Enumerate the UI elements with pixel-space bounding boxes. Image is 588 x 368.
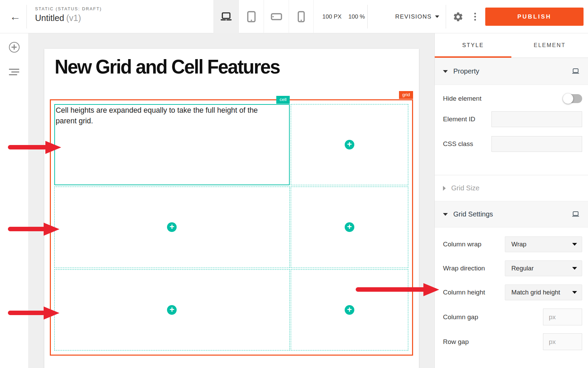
wrap-direction-row: Wrap direction Regular: [443, 260, 582, 276]
column-gap-input[interactable]: [543, 309, 582, 325]
phone-icon: [298, 11, 305, 22]
left-toolbar: [0, 33, 28, 368]
add-content-button[interactable]: [345, 140, 354, 149]
editor-screen: ← STATIC (STATUS: DRAFT) Untitled(v1): [0, 0, 588, 368]
gear-icon: [453, 11, 464, 22]
device-tablet-portrait-button[interactable]: [238, 0, 264, 33]
more-options-button[interactable]: [468, 0, 482, 33]
desktop-breakpoint-icon: [572, 211, 580, 218]
chevron-down-icon: [435, 15, 439, 18]
page-outline-button[interactable]: [0, 62, 28, 82]
wrap-direction-value: Regular: [511, 265, 534, 272]
publish-button[interactable]: PUBLISH: [485, 8, 584, 26]
grid-cell-empty[interactable]: [54, 187, 290, 268]
section-grid-settings-title: Grid Settings: [453, 210, 493, 218]
section-grid-size-header[interactable]: Grid Size: [435, 175, 588, 201]
hide-element-toggle[interactable]: [564, 94, 582, 103]
inspector-tabs: STYLE ELEMENT: [435, 33, 588, 58]
device-tablet-landscape-button[interactable]: [264, 0, 289, 33]
tablet-portrait-icon: [247, 11, 256, 22]
row-gap-label: Row gap: [443, 338, 469, 346]
desktop-breakpoint-icon: [572, 68, 580, 75]
chevron-down-icon: [572, 291, 577, 294]
divider: [367, 5, 368, 29]
viewport-width-value: 100 PX: [322, 13, 342, 20]
css-class-label: CSS class: [443, 140, 473, 148]
add-content-button[interactable]: [167, 222, 177, 232]
kebab-dot: [474, 13, 476, 14]
row-gap-input[interactable]: [543, 333, 582, 350]
wrap-direction-select[interactable]: Regular: [505, 260, 582, 276]
element-id-row: Element ID: [443, 111, 582, 127]
cell-tag: cell: [276, 96, 289, 104]
canvas-workspace: New Grid and Cell Features grid cell Cel…: [28, 33, 434, 368]
wrap-direction-label: Wrap direction: [443, 265, 485, 272]
grid-cell-empty[interactable]: [291, 187, 408, 268]
column-wrap-label: Column wrap: [443, 241, 481, 248]
plus-circle-icon: [9, 42, 20, 53]
kebab-dot: [474, 16, 476, 18]
publish-label: PUBLISH: [517, 13, 551, 20]
tablet-landscape-icon: [271, 13, 282, 20]
grid-cell-selected[interactable]: cell Cell heights are expanded equally t…: [54, 104, 290, 185]
arrow-left-icon: ←: [10, 10, 21, 23]
page-heading[interactable]: New Grid and Cell Features: [55, 55, 280, 78]
device-phone-button[interactable]: [289, 0, 314, 33]
grid-cells: cell Cell heights are expanded equally t…: [54, 104, 408, 350]
inspector-panel: STYLE ELEMENT Property Hide element Elem…: [434, 33, 588, 368]
revisions-label: REVISIONS: [395, 13, 432, 20]
tab-element-label: ELEMENT: [534, 42, 566, 48]
section-grid-settings-header[interactable]: Grid Settings: [435, 201, 588, 227]
grid-cell-empty[interactable]: [291, 269, 408, 350]
add-content-button[interactable]: [345, 305, 354, 315]
page-outline-icon: [9, 69, 19, 75]
add-content-button[interactable]: [167, 305, 177, 315]
add-element-button[interactable]: [0, 37, 28, 57]
grid-element[interactable]: grid cell Cell heights are expanded equa…: [50, 99, 413, 356]
add-content-button[interactable]: [345, 222, 354, 232]
device-preview-switcher: [213, 0, 314, 33]
document-title: Untitled: [35, 13, 64, 23]
hide-element-row: Hide element: [443, 90, 582, 107]
collapse-caret-icon: [443, 213, 448, 216]
column-height-label: Column height: [443, 289, 485, 296]
tab-element[interactable]: ELEMENT: [511, 33, 588, 57]
chevron-down-icon: [572, 243, 577, 246]
viewport-stats: 100 PX 100 %: [322, 0, 365, 33]
element-id-input[interactable]: [491, 111, 582, 127]
css-class-input[interactable]: [491, 136, 582, 152]
divider: [26, 5, 27, 29]
document-status: STATIC (STATUS: DRAFT): [35, 7, 102, 11]
top-bar: ← STATIC (STATUS: DRAFT) Untitled(v1): [0, 0, 588, 33]
settings-button[interactable]: [450, 0, 466, 33]
column-wrap-value: Wrap: [511, 241, 526, 248]
expand-caret-icon: [443, 186, 446, 191]
toggle-knob: [563, 93, 573, 104]
hide-element-label: Hide element: [443, 95, 481, 102]
tab-style-label: STYLE: [462, 42, 484, 48]
grid-cell-empty[interactable]: [291, 104, 408, 185]
back-button[interactable]: ←: [5, 0, 25, 33]
viewport-zoom-value: 100 %: [348, 13, 365, 20]
revisions-dropdown[interactable]: REVISIONS: [395, 0, 439, 33]
section-property-title: Property: [453, 67, 479, 75]
divider: [446, 5, 446, 29]
element-id-label: Element ID: [443, 115, 475, 123]
section-property-header[interactable]: Property: [435, 58, 588, 85]
tab-style[interactable]: STYLE: [435, 33, 511, 57]
grid-cell-empty[interactable]: [54, 269, 290, 350]
column-wrap-select[interactable]: Wrap: [505, 236, 582, 252]
document-version: (v1): [66, 13, 81, 23]
desktop-icon: [220, 12, 232, 22]
collapse-caret-icon: [443, 70, 448, 73]
page-canvas[interactable]: New Grid and Cell Features grid cell Cel…: [44, 49, 419, 368]
cell-text[interactable]: Cell heights are expanded equally to tak…: [55, 105, 289, 126]
column-gap-label: Column gap: [443, 313, 478, 321]
row-gap-row: Row gap: [443, 333, 582, 350]
section-grid-size-title: Grid Size: [451, 184, 479, 192]
column-wrap-row: Column wrap Wrap: [443, 236, 582, 252]
column-height-select[interactable]: Match grid height: [505, 285, 582, 300]
column-gap-row: Column gap: [443, 309, 582, 325]
column-height-value: Match grid height: [511, 289, 560, 296]
device-desktop-button[interactable]: [213, 0, 238, 33]
